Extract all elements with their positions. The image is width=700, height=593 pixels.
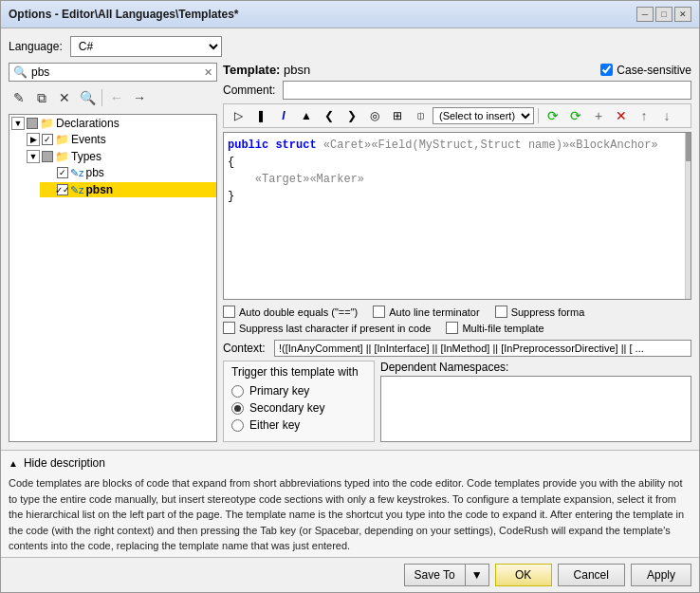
- editor-tool-9[interactable]: ⎅: [410, 106, 431, 125]
- types-checkbox[interactable]: [42, 151, 53, 162]
- add-template-button[interactable]: ✎: [9, 87, 29, 108]
- editor-tool-2[interactable]: ❚: [250, 106, 271, 125]
- insert-select[interactable]: (Select to insert): [433, 107, 534, 124]
- editor-scrollbar[interactable]: [685, 133, 691, 299]
- window-title: Options - Editor\All Languages\Templates…: [9, 8, 238, 21]
- editor-toolbar: ▷ ❚ I ▲ ❮ ❯ ◎ ⊞ ⎅ (Select to insert) ⟳ ⟳…: [223, 103, 691, 128]
- template-title: Template: pbsn: [223, 63, 310, 77]
- either-key-label: Either key: [249, 418, 300, 432]
- primary-key-option[interactable]: Primary key: [231, 382, 366, 399]
- folder-icon: 📁: [55, 133, 69, 146]
- main-area: 🔍 ✕ ✎ ⧉ ✕ 🔍 ← →: [9, 63, 691, 442]
- nav-next-button[interactable]: ⟳: [565, 106, 586, 125]
- tree-row-types[interactable]: ▼ 📁 Types: [25, 149, 216, 164]
- comment-input[interactable]: [283, 81, 691, 100]
- editor-tool-1[interactable]: ▷: [228, 106, 249, 125]
- nav-prev-button[interactable]: ⟳: [543, 106, 563, 125]
- multi-file-checkbox[interactable]: [446, 322, 458, 334]
- editor-tool-3[interactable]: I: [273, 106, 294, 125]
- pbs-checkbox[interactable]: [57, 167, 68, 178]
- either-key-radio[interactable]: [231, 419, 244, 432]
- close-button[interactable]: ✕: [674, 7, 691, 22]
- list-item: ▶ 📁 Events: [9, 131, 216, 148]
- maximize-button[interactable]: □: [655, 7, 672, 22]
- editor-tool-4[interactable]: ▲: [296, 106, 317, 125]
- folder-icon: 📁: [40, 117, 54, 130]
- auto-double-equals-checkbox[interactable]: [223, 306, 235, 318]
- editor-tool-5[interactable]: ❮: [319, 106, 340, 125]
- context-input[interactable]: !([InAnyComment] || [InInterface] || [In…: [274, 340, 691, 357]
- ok-button[interactable]: OK: [495, 564, 552, 586]
- save-to-arrow-icon[interactable]: ▼: [466, 565, 488, 585]
- declarations-checkbox[interactable]: [27, 118, 38, 129]
- primary-key-radio[interactable]: [231, 385, 244, 398]
- trigger-box: Trigger this template with Primary key S…: [223, 361, 375, 442]
- types-label: Types: [71, 150, 101, 163]
- declarations-label: Declarations: [56, 117, 120, 130]
- case-sensitive-label: Case-sensitive: [617, 64, 691, 77]
- folder-icon: 📁: [55, 150, 69, 163]
- move-up-button[interactable]: ↑: [634, 106, 654, 125]
- tree-row-events[interactable]: ▶ 📁 Events: [25, 132, 216, 147]
- expand-declarations-icon[interactable]: ▼: [11, 117, 25, 130]
- back-button[interactable]: ←: [106, 87, 127, 108]
- secondary-key-radio[interactable]: [231, 402, 244, 415]
- left-panel: 🔍 ✕ ✎ ⧉ ✕ 🔍 ← →: [9, 63, 217, 442]
- pbsn-checkbox[interactable]: ✓: [57, 184, 68, 195]
- events-checkbox[interactable]: [42, 134, 53, 145]
- apply-button[interactable]: Apply: [631, 564, 691, 586]
- auto-line-terminator-label: Auto line terminator: [389, 306, 479, 318]
- suppress-format-checkbox[interactable]: [495, 306, 507, 318]
- comment-label: Comment:: [223, 83, 275, 97]
- secondary-key-option[interactable]: Secondary key: [231, 399, 366, 417]
- primary-key-label: Primary key: [249, 384, 309, 398]
- move-down-button[interactable]: ↓: [656, 106, 677, 125]
- expand-events-icon[interactable]: ▶: [27, 133, 40, 146]
- code-line-4: }: [228, 188, 687, 205]
- editor-tool-8[interactable]: ⊞: [387, 106, 408, 125]
- language-select[interactable]: C#: [70, 36, 222, 57]
- forward-button[interactable]: →: [129, 87, 150, 108]
- options-area: Auto double equals ("==") Auto line term…: [223, 304, 691, 336]
- editor-tool-7[interactable]: ◎: [364, 106, 385, 125]
- comment-row: Comment:: [223, 81, 691, 100]
- tree-row-pbs[interactable]: ✎z pbs: [40, 165, 216, 180]
- namespaces-area[interactable]: [380, 376, 691, 442]
- trigger-title: Trigger this template with: [231, 365, 366, 379]
- editor-tool-6[interactable]: ❯: [341, 106, 362, 125]
- title-bar-buttons: ─ □ ✕: [636, 7, 691, 22]
- save-to-label: Save To: [405, 565, 466, 585]
- find-button[interactable]: 🔍: [77, 87, 98, 108]
- case-sensitive-checkbox[interactable]: [600, 64, 613, 76]
- auto-double-equals-label: Auto double equals ("=="): [239, 306, 358, 318]
- copy-template-button[interactable]: ⧉: [31, 87, 52, 108]
- template-tree[interactable]: ▼ 📁 Declarations ▶ 📁 Events: [9, 114, 217, 442]
- minimize-button[interactable]: ─: [636, 7, 654, 22]
- expand-types-icon[interactable]: ▼: [27, 150, 40, 163]
- namespaces-box: Dependent Namespaces:: [380, 361, 691, 442]
- context-label: Context:: [223, 342, 270, 355]
- search-clear-icon[interactable]: ✕: [204, 66, 212, 79]
- save-to-button[interactable]: Save To ▼: [404, 564, 489, 586]
- del-field-button[interactable]: ✕: [611, 106, 632, 125]
- delete-template-button[interactable]: ✕: [54, 87, 75, 108]
- cancel-button[interactable]: Cancel: [558, 564, 625, 586]
- context-row: Context: !([InAnyComment] || [InInterfac…: [223, 340, 691, 357]
- tree-row-declarations[interactable]: ▼ 📁 Declarations: [9, 116, 216, 131]
- suppress-last-char-checkbox[interactable]: [223, 322, 235, 334]
- add-field-button[interactable]: +: [588, 106, 609, 125]
- suppress-last-char-option: Suppress last character if present in co…: [223, 322, 431, 334]
- title-bar: Options - Editor\All Languages\Templates…: [1, 1, 699, 28]
- either-key-option[interactable]: Either key: [231, 417, 366, 434]
- list-item: ✎z pbs: [25, 164, 216, 181]
- tree-row-pbsn[interactable]: ✓ ✎z pbsn: [40, 182, 216, 197]
- template-pbs-icon: ✎z: [70, 167, 84, 179]
- events-label: Events: [71, 133, 106, 146]
- auto-line-terminator-checkbox[interactable]: [373, 306, 385, 318]
- search-box: 🔍 ✕: [9, 63, 217, 82]
- code-editor[interactable]: public struct «Caret»«Field(MyStruct,Str…: [223, 132, 691, 300]
- toolbar-separator: [101, 89, 102, 106]
- code-line-1: public struct «Caret»«Field(MyStruct,Str…: [228, 137, 687, 154]
- search-input[interactable]: [31, 65, 200, 79]
- description-header[interactable]: ▲ Hide description: [9, 456, 691, 470]
